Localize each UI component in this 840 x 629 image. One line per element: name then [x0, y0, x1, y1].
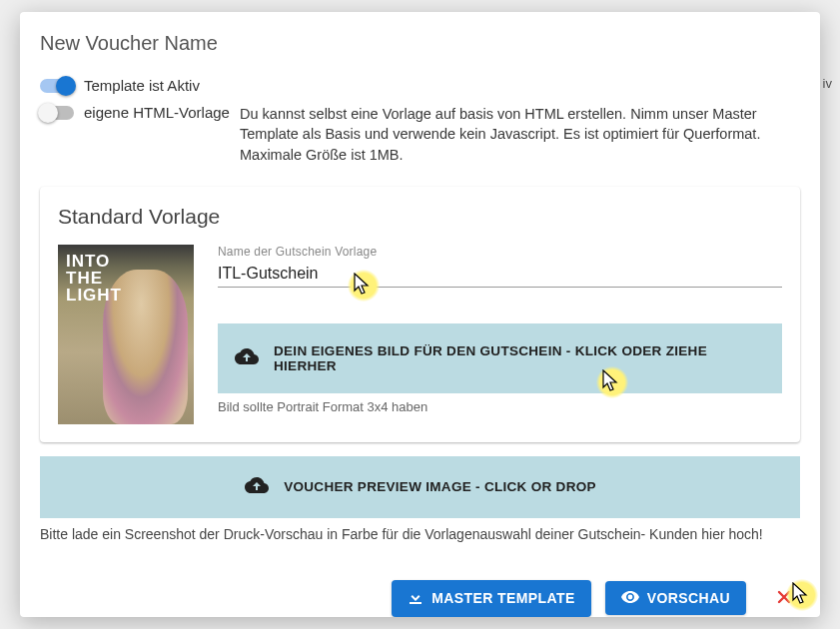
upload-preview-hint: Bitte lade ein Screenshot der Druck-Vors… [40, 526, 800, 542]
master-template-button[interactable]: MASTER TEMPLATE [392, 580, 590, 617]
toggle-custom-desc: Du kannst selbst eine Vorlage auf basis … [240, 104, 800, 165]
preview-button[interactable]: VORSCHAU [605, 581, 746, 615]
cloud-upload-icon [244, 476, 270, 498]
upload-preview-image-label: VOUCHER PREVIEW IMAGE - CLICK OR DROP [284, 479, 596, 494]
name-field-label: Name der Gutschein Vorlage [218, 245, 782, 259]
standard-template-card: Standard Vorlage INTO THE LIGHT Name der… [40, 187, 800, 442]
voucher-dialog: New Voucher Name Template ist Aktiv eige… [20, 12, 820, 617]
background-chip: iv [823, 76, 832, 91]
cloud-upload-icon [234, 347, 260, 369]
toggle-custom-html-label: eigene HTML-Vorlage [84, 104, 230, 121]
upload-voucher-hint: Bild sollte Portrait Format 3x4 haben [218, 399, 782, 414]
upload-preview-image[interactable]: VOUCHER PREVIEW IMAGE - CLICK OR DROP [40, 456, 800, 518]
toggle-template-active-label: Template ist Aktiv [84, 77, 200, 94]
close-icon [776, 587, 792, 610]
toggle-custom-html[interactable] [40, 106, 74, 120]
toggle-row-active: Template ist Aktiv [40, 77, 800, 94]
master-template-button-label: MASTER TEMPLATE [431, 590, 574, 606]
preview-button-label: VORSCHAU [647, 590, 730, 606]
dialog-footer: MASTER TEMPLATE VORSCHAU [40, 580, 800, 617]
thumbnail-overlay-text: INTO THE LIGHT [66, 253, 122, 304]
template-thumbnail: INTO THE LIGHT [58, 245, 194, 424]
close-button[interactable] [772, 586, 796, 610]
download-icon [408, 589, 423, 608]
upload-voucher-image[interactable]: DEIN EIGENES BILD FÜR DEN GUTSCHEIN - KL… [218, 323, 782, 393]
eye-icon [621, 590, 639, 606]
card-title: Standard Vorlage [58, 205, 782, 229]
template-name-input[interactable] [218, 261, 782, 288]
toggle-template-active[interactable] [40, 79, 74, 93]
toggle-row-custom: eigene HTML-Vorlage Du kannst selbst ein… [40, 104, 800, 165]
upload-voucher-image-label: DEIN EIGENES BILD FÜR DEN GUTSCHEIN - KL… [274, 343, 766, 373]
dialog-title: New Voucher Name [40, 32, 800, 55]
